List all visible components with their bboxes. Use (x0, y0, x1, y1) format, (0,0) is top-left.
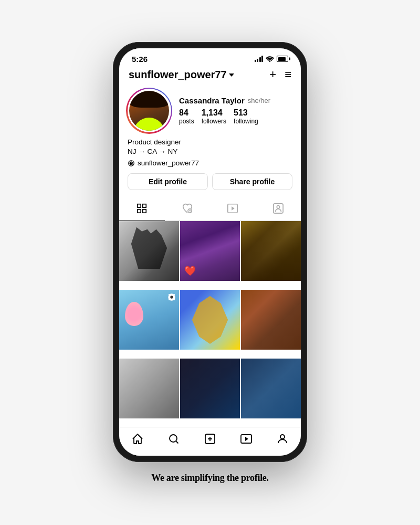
grid-item-8[interactable] (180, 359, 240, 418)
following-count: 513 (234, 108, 248, 118)
grid-item-6[interactable] (241, 290, 301, 350)
status-bar: 5:26 (119, 48, 301, 67)
following-stat[interactable]: 513 following (234, 108, 258, 125)
nav-profile[interactable] (276, 433, 289, 445)
threads-handle: sunflower_power77 (138, 159, 199, 167)
signal-icon (255, 56, 264, 62)
bio-line-2: NJ → CA → NY (128, 147, 292, 157)
nav-icons: + ≡ (269, 69, 291, 80)
nav-home[interactable] (131, 433, 144, 445)
svg-marker-6 (232, 207, 235, 211)
phone-screen: 5:26 sunflower_power77 (119, 48, 301, 456)
tab-video[interactable] (210, 196, 256, 220)
chevron-down-icon (229, 74, 234, 77)
posts-count: 84 (179, 108, 188, 118)
tab-bar (119, 196, 301, 221)
posts-stat[interactable]: 84 posts (179, 108, 194, 125)
avatar (129, 91, 169, 131)
bottom-nav (119, 427, 301, 456)
grid-item-1[interactable] (119, 221, 179, 281)
add-post-icon (204, 433, 216, 445)
svg-point-13 (169, 299, 170, 301)
grid-icon (136, 203, 148, 214)
battery-icon (277, 56, 288, 62)
svg-rect-1 (143, 204, 146, 207)
grid-item-7[interactable] (119, 359, 179, 418)
share-profile-button[interactable]: Share profile (212, 173, 292, 190)
reels-icon (240, 433, 253, 445)
nav-reels[interactable] (240, 433, 253, 445)
profile-name: Cassandra Taylor (179, 96, 245, 105)
followers-label: followers (202, 118, 226, 125)
svg-rect-0 (138, 204, 141, 207)
reel-badge (167, 293, 176, 303)
tab-reels-saved[interactable] (165, 196, 211, 220)
person-tag-icon (272, 203, 284, 214)
tab-tagged[interactable] (256, 196, 301, 220)
status-icons (255, 56, 289, 62)
tab-grid[interactable] (119, 196, 165, 220)
profile-stats: Cassandra Taylor she/her 84 posts 1,134 … (179, 96, 292, 125)
search-icon (167, 433, 180, 445)
nav-add[interactable] (204, 433, 216, 445)
svg-rect-2 (138, 209, 141, 213)
profile-section: Cassandra Taylor she/her 84 posts 1,134 … (119, 85, 301, 197)
svg-point-19 (280, 435, 285, 439)
profile-link[interactable]: sunflower_power77 (128, 159, 292, 167)
followers-stat[interactable]: 1,134 followers (202, 108, 226, 125)
profile-bio: Product designer NJ → CA → NY (128, 138, 292, 158)
avatar-ring (126, 88, 172, 134)
grid-item-9[interactable] (241, 359, 301, 418)
page-caption: We are simplifying the profile. (151, 472, 269, 484)
profile-icon (276, 433, 289, 445)
svg-point-12 (173, 294, 175, 296)
svg-point-10 (170, 296, 173, 299)
grid-item-5[interactable] (180, 290, 240, 350)
svg-marker-18 (245, 437, 248, 441)
svg-point-8 (277, 206, 280, 209)
play-icon (227, 203, 238, 214)
wifi-icon (266, 56, 274, 62)
svg-point-14 (173, 299, 175, 301)
avatar-wrapper[interactable] (128, 89, 171, 132)
svg-point-15 (170, 435, 177, 442)
top-nav: sunflower_power77 + ≡ (119, 67, 301, 85)
home-icon (131, 433, 144, 445)
profile-pronouns: she/her (248, 97, 270, 104)
profile-top: Cassandra Taylor she/her 84 posts 1,134 … (128, 89, 292, 132)
photo-grid: ❤️ (119, 221, 301, 426)
phone-frame: 5:26 sunflower_power77 (113, 42, 307, 462)
heart-badge: ❤️ (184, 265, 196, 277)
grid-item-3[interactable] (241, 221, 301, 281)
action-buttons: Edit profile Share profile (128, 173, 292, 190)
heart-clock-icon (182, 203, 193, 214)
status-time: 5:26 (132, 55, 148, 64)
threads-icon (128, 160, 135, 167)
page-wrapper: 5:26 sunflower_power77 (0, 0, 420, 525)
svg-point-11 (169, 294, 170, 296)
username-text: sunflower_power77 (129, 69, 227, 81)
stats-row: 84 posts 1,134 followers 513 following (179, 108, 292, 125)
profile-name-row: Cassandra Taylor she/her (179, 96, 292, 105)
grid-item-2[interactable]: ❤️ (180, 221, 240, 281)
menu-icon[interactable]: ≡ (285, 69, 291, 80)
svg-rect-3 (143, 209, 146, 213)
bio-line-1: Product designer (128, 138, 292, 148)
avatar-ring-inner (128, 89, 171, 132)
username-dropdown[interactable]: sunflower_power77 (129, 69, 234, 81)
add-icon[interactable]: + (269, 69, 276, 80)
posts-label: posts (179, 118, 194, 125)
edit-profile-button[interactable]: Edit profile (128, 173, 208, 190)
grid-item-4[interactable] (119, 290, 179, 350)
followers-count: 1,134 (202, 108, 223, 118)
nav-search[interactable] (167, 433, 180, 445)
following-label: following (234, 118, 258, 125)
